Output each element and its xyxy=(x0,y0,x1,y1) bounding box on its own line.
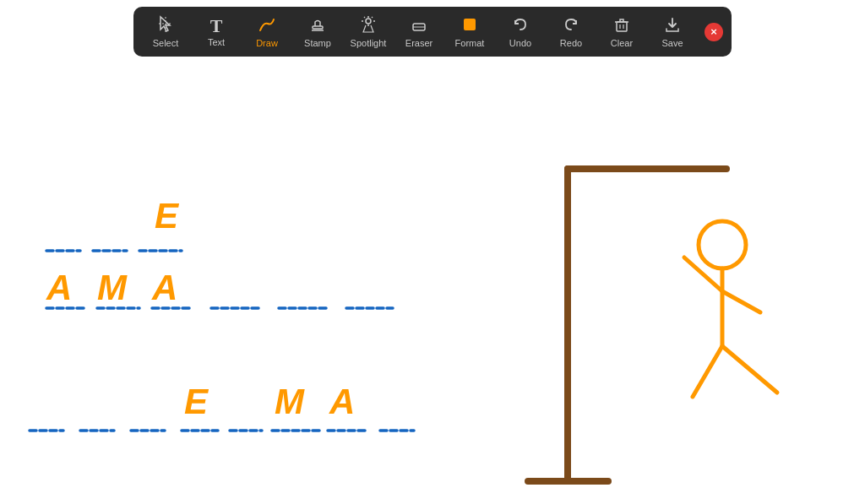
svg-text:M: M xyxy=(97,268,128,307)
draw-tool[interactable]: Draw xyxy=(243,12,291,51)
svg-point-20 xyxy=(699,221,746,268)
undo-label: Undo xyxy=(509,38,531,48)
svg-line-10 xyxy=(372,17,373,18)
eraser-tool[interactable]: Eraser xyxy=(395,12,443,51)
svg-line-25 xyxy=(722,346,777,393)
draw-label: Draw xyxy=(256,38,278,48)
svg-point-4 xyxy=(366,19,371,24)
undo-icon xyxy=(511,15,530,36)
svg-rect-13 xyxy=(617,22,627,31)
eraser-label: Eraser xyxy=(405,38,432,48)
clear-label: Clear xyxy=(611,38,633,48)
text-icon: T xyxy=(210,17,223,35)
svg-rect-12 xyxy=(464,19,476,30)
spotlight-tool[interactable]: Spotlight xyxy=(345,12,392,51)
select-icon xyxy=(156,15,175,36)
svg-line-22 xyxy=(684,257,722,291)
draw-icon xyxy=(258,15,276,36)
svg-text:A: A xyxy=(151,268,177,307)
save-label: Save xyxy=(661,38,683,48)
text-tool[interactable]: T Text xyxy=(193,14,240,51)
select-label: Select xyxy=(153,38,179,48)
svg-rect-2 xyxy=(313,26,323,29)
redo-tool[interactable]: Redo xyxy=(547,12,595,51)
format-label: Format xyxy=(455,38,485,48)
svg-text:M: M xyxy=(275,382,305,421)
canvas-area[interactable]: E A M A E M A xyxy=(0,0,865,504)
stamp-label: Stamp xyxy=(304,38,331,48)
close-button[interactable]: × xyxy=(705,23,723,41)
close-icon: × xyxy=(710,25,717,38)
stamp-tool[interactable]: Stamp xyxy=(294,12,341,51)
text-label: Text xyxy=(208,37,225,47)
format-tool[interactable]: Format xyxy=(446,12,493,51)
format-icon xyxy=(460,15,479,36)
eraser-icon xyxy=(410,15,428,36)
svg-line-9 xyxy=(364,17,365,18)
svg-text:E: E xyxy=(155,196,180,236)
svg-text:A: A xyxy=(46,268,72,307)
stamp-icon xyxy=(308,15,327,36)
undo-tool[interactable]: Undo xyxy=(497,12,544,51)
clear-icon xyxy=(612,15,631,36)
svg-text:A: A xyxy=(329,382,355,421)
spotlight-label: Spotlight xyxy=(351,38,387,48)
svg-line-23 xyxy=(722,291,760,312)
clear-tool[interactable]: Clear xyxy=(598,12,645,51)
save-icon xyxy=(663,15,682,36)
select-tool[interactable]: Select xyxy=(142,12,189,51)
spotlight-icon xyxy=(359,15,378,36)
svg-text:E: E xyxy=(184,382,209,421)
redo-icon xyxy=(562,15,580,36)
redo-label: Redo xyxy=(560,38,582,48)
save-tool[interactable]: Save xyxy=(649,12,696,51)
svg-line-24 xyxy=(693,346,722,397)
toolbar: Select T Text Draw Stamp xyxy=(133,7,732,57)
